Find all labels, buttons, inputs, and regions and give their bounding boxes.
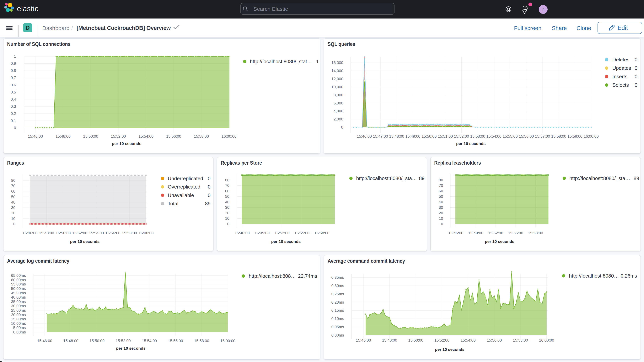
svg-text:65.00ms: 65.00ms [11, 273, 26, 278]
svg-text:Updates: Updates [612, 65, 631, 71]
svg-text:89: 89 [205, 201, 210, 206]
svg-text:89: 89 [634, 176, 639, 181]
svg-text:0.1: 0.1 [10, 118, 16, 123]
svg-text:15:54:00: 15:54:00 [89, 231, 104, 235]
svg-text:15:48:00: 15:48:00 [382, 338, 397, 342]
svg-text:20: 20 [225, 211, 229, 215]
svg-text:70: 70 [11, 184, 16, 188]
svg-text:50: 50 [225, 194, 229, 198]
svg-text:15:46:00: 15:46:00 [37, 339, 52, 343]
svg-text:0: 0 [208, 176, 210, 182]
svg-text:per 10 seconds: per 10 seconds [435, 347, 464, 352]
svg-text:Total: Total [168, 201, 178, 206]
svg-text:15:49:00: 15:49:00 [468, 231, 483, 235]
svg-text:0: 0 [635, 74, 638, 80]
svg-text:40.00ms: 40.00ms [11, 295, 26, 299]
svg-text:http://localhost:808…: http://localhost:808… [249, 273, 296, 279]
svg-text:60: 60 [225, 189, 229, 193]
svg-text:30: 30 [11, 206, 16, 210]
svg-text:30: 30 [225, 205, 229, 210]
svg-text:20: 20 [439, 211, 443, 215]
svg-text:15:46:00: 15:46:00 [235, 231, 250, 235]
svg-text:per 10 seconds: per 10 seconds [112, 141, 141, 146]
svg-text:16,000: 16,000 [332, 60, 343, 65]
svg-text:Inserts: Inserts [612, 74, 628, 80]
svg-text:Unavailable: Unavailable [168, 192, 194, 198]
svg-text:per 10 seconds: per 10 seconds [70, 239, 100, 244]
svg-text:15:50:00: 15:50:00 [56, 231, 71, 235]
svg-text:0.00ms: 0.00ms [13, 330, 26, 334]
svg-text:15:56:00: 15:56:00 [106, 231, 120, 235]
svg-text:0.25ms: 0.25ms [331, 292, 344, 296]
svg-text:15:50:00: 15:50:00 [83, 134, 98, 138]
svg-text:15:54:00: 15:54:00 [138, 134, 154, 138]
svg-text:89: 89 [419, 176, 424, 181]
svg-text:15:52:00: 15:52:00 [111, 134, 126, 138]
svg-text:12,000: 12,000 [332, 77, 343, 81]
svg-text:15:53:00: 15:53:00 [470, 134, 485, 138]
svg-text:0.4: 0.4 [10, 97, 16, 102]
svg-text:15:50:00: 15:50:00 [408, 338, 423, 342]
svg-text:70: 70 [439, 183, 443, 188]
svg-text:15:49:00: 15:49:00 [254, 231, 270, 235]
svg-text:80: 80 [225, 178, 229, 182]
svg-text:per 10 seconds: per 10 seconds [116, 346, 146, 350]
svg-text:15:46:00: 15:46:00 [28, 134, 43, 138]
svg-text:16:00:00: 16:00:00 [222, 134, 236, 138]
svg-text:http://localhost:8080…: http://localhost:8080… [569, 273, 619, 279]
svg-text:30.00ms: 30.00ms [11, 304, 26, 308]
svg-text:Selects: Selects [612, 82, 629, 88]
svg-text:15:52:00: 15:52:00 [72, 231, 87, 235]
svg-text:15:46:00: 15:46:00 [22, 231, 38, 235]
svg-text:15:48:00: 15:48:00 [56, 134, 70, 138]
svg-text:0.8: 0.8 [10, 68, 16, 73]
svg-text:1: 1 [14, 54, 16, 58]
svg-text:15:48:00: 15:48:00 [64, 339, 78, 343]
svg-text:14,000: 14,000 [332, 68, 343, 73]
svg-text:8,000: 8,000 [334, 93, 343, 97]
svg-text:0.26ms: 0.26ms [621, 273, 637, 279]
svg-text:0: 0 [13, 222, 16, 226]
svg-text:40: 40 [225, 200, 229, 204]
svg-text:80: 80 [11, 178, 16, 182]
svg-text:50: 50 [439, 194, 443, 198]
svg-text:16:00:00: 16:00:00 [220, 339, 236, 343]
svg-text:20.00ms: 20.00ms [11, 313, 26, 317]
svg-text:15:57:00: 15:57:00 [535, 134, 550, 138]
svg-text:15:56:00: 15:56:00 [519, 134, 534, 138]
svg-text:60.00ms: 60.00ms [11, 278, 26, 282]
svg-text:15:54:00: 15:54:00 [486, 134, 502, 138]
svg-text:2,000: 2,000 [334, 117, 343, 121]
svg-text:6,000: 6,000 [334, 101, 343, 105]
svg-text:0: 0 [635, 65, 638, 71]
svg-text:5.00ms: 5.00ms [13, 326, 26, 330]
svg-text:0: 0 [208, 192, 210, 198]
svg-text:0.6: 0.6 [10, 83, 16, 87]
svg-text:40: 40 [11, 200, 16, 204]
svg-text:15:55:00: 15:55:00 [508, 231, 523, 235]
svg-text:10: 10 [11, 216, 16, 221]
svg-text:0: 0 [341, 125, 343, 129]
svg-text:15:54:00: 15:54:00 [142, 339, 157, 343]
svg-text:15:58:00: 15:58:00 [551, 134, 566, 138]
svg-text:http://localhost:8080/_sta…: http://localhost:8080/_sta… [570, 176, 630, 181]
svg-text:10: 10 [225, 216, 229, 220]
svg-text:60: 60 [439, 189, 443, 193]
svg-text:15:50:00: 15:50:00 [90, 339, 104, 343]
svg-text:50: 50 [11, 195, 16, 199]
svg-text:1: 1 [316, 58, 319, 64]
svg-text:20: 20 [11, 211, 16, 215]
svg-text:55.00ms: 55.00ms [11, 282, 26, 286]
svg-text:0: 0 [635, 82, 638, 88]
svg-text:45.00ms: 45.00ms [11, 291, 26, 295]
svg-text:15:48:00: 15:48:00 [389, 134, 404, 138]
svg-text:0.9: 0.9 [10, 61, 16, 66]
svg-text:15:58:00: 15:58:00 [513, 338, 528, 342]
svg-text:0.7: 0.7 [10, 76, 16, 80]
svg-text:0.15ms: 0.15ms [331, 308, 344, 312]
svg-text:10,000: 10,000 [332, 85, 343, 89]
svg-text:15:51:00: 15:51:00 [438, 134, 453, 138]
svg-text:0: 0 [208, 184, 210, 190]
svg-text:0: 0 [14, 126, 16, 130]
svg-text:0: 0 [441, 222, 443, 226]
